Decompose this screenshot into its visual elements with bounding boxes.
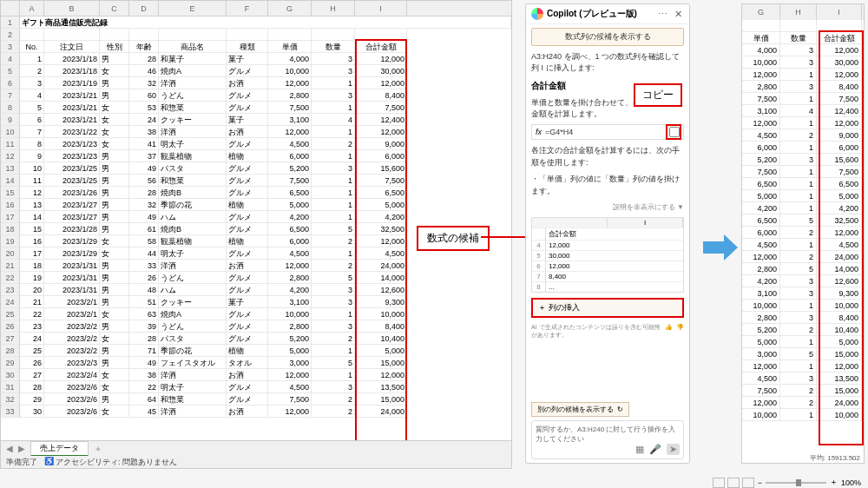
- cell[interactable]: 2: [312, 393, 355, 406]
- cell[interactable]: 6,000: [268, 235, 312, 247]
- data-row[interactable]: 13102023/1/25男49パスタグルメ5,200315,600: [1, 162, 511, 175]
- result-row[interactable]: 7,50017,500: [742, 93, 864, 105]
- cell[interactable]: 2023/2/6: [44, 381, 100, 393]
- cell[interactable]: 男: [100, 345, 129, 357]
- cell[interactable]: 18: [20, 260, 44, 272]
- cell[interactable]: 11: [20, 175, 44, 187]
- sheet-tab-active[interactable]: 売上データ: [30, 441, 89, 457]
- cell[interactable]: 和惣菜: [159, 175, 227, 187]
- send-icon[interactable]: ➤: [667, 444, 680, 455]
- cell[interactable]: 女: [100, 369, 129, 381]
- cell[interactable]: 性別: [100, 41, 129, 53]
- col-head-G[interactable]: G: [268, 1, 312, 16]
- cell[interactable]: 10,000: [355, 308, 407, 320]
- cell[interactable]: 5: [20, 102, 44, 114]
- cell[interactable]: 8,400: [355, 320, 407, 333]
- cell[interactable]: ハム: [159, 284, 227, 296]
- cell[interactable]: 14,000: [355, 272, 407, 284]
- cell[interactable]: 商品名: [159, 41, 227, 53]
- sheet-nav[interactable]: ◀▶: [1, 444, 30, 453]
- cell[interactable]: 71: [129, 345, 159, 357]
- cell[interactable]: 7,500: [355, 102, 407, 114]
- cell[interactable]: 1: [312, 345, 355, 357]
- cell[interactable]: 3: [20, 77, 44, 89]
- cell[interactable]: 女: [100, 235, 129, 247]
- cell[interactable]: 数量: [312, 41, 355, 53]
- cell[interactable]: 3,100: [268, 296, 312, 308]
- cell[interactable]: [355, 29, 407, 41]
- cell[interactable]: 32: [129, 199, 159, 211]
- result-row[interactable]: 6,000212,000: [742, 227, 864, 239]
- cell[interactable]: 5: [312, 223, 355, 235]
- cell[interactable]: 2023/2/1: [44, 296, 100, 308]
- cell[interactable]: 3: [312, 89, 355, 102]
- cell[interactable]: 女: [100, 102, 129, 114]
- cell[interactable]: 49: [129, 162, 159, 175]
- data-row[interactable]: 1182023/1/23女41明太子グルメ4,50029,000: [1, 138, 511, 150]
- cell[interactable]: 6,000: [268, 150, 312, 162]
- data-row[interactable]: 28252023/2/2男71季節の花植物5,00015,000: [1, 345, 511, 357]
- cell[interactable]: 5,000: [355, 345, 407, 357]
- result-row[interactable]: 12,000112,000: [742, 69, 864, 81]
- cell[interactable]: 53: [129, 102, 159, 114]
- cell[interactable]: 2023/1/21: [44, 102, 100, 114]
- cell[interactable]: 12: [20, 187, 44, 199]
- cell[interactable]: 48: [129, 284, 159, 296]
- cell[interactable]: 4,500: [355, 247, 407, 260]
- result-row[interactable]: 10,000110,000: [742, 409, 864, 421]
- cell[interactable]: 3: [312, 53, 355, 65]
- cell[interactable]: 26: [129, 272, 159, 284]
- data-row[interactable]: 742023/1/21男60うどんグルメ2,80038,400: [1, 89, 511, 102]
- cell[interactable]: 24,000: [355, 260, 407, 272]
- cell[interactable]: [129, 29, 159, 41]
- col-head-C[interactable]: C: [100, 1, 129, 16]
- result-row[interactable]: 12,000224,000: [742, 251, 864, 263]
- cell[interactable]: 2,800: [268, 89, 312, 102]
- cell[interactable]: 1: [312, 369, 355, 381]
- cell[interactable]: 女: [100, 126, 129, 138]
- cell[interactable]: 女: [100, 138, 129, 150]
- data-row[interactable]: 25222023/2/1女63焼肉Aグルメ10,000110,000: [1, 308, 511, 320]
- cell[interactable]: 洋酒: [159, 77, 227, 89]
- data-row[interactable]: 852023/1/21女53和惣菜グルメ7,50017,500: [1, 102, 511, 114]
- cell[interactable]: 27: [20, 369, 44, 381]
- result-row[interactable]: 5,00015,000: [742, 336, 864, 348]
- cell[interactable]: 2023/1/27: [44, 199, 100, 211]
- data-row[interactable]: 16132023/1/27男32季節の花植物5,00015,000: [1, 199, 511, 211]
- cell[interactable]: ハム: [159, 211, 227, 223]
- data-row[interactable]: 632023/1/19男32洋酒お酒12,000112,000: [1, 77, 511, 89]
- cell[interactable]: 菓子: [227, 53, 268, 65]
- copilot-hide-explanation[interactable]: 説明を非表示にする ▼: [531, 202, 684, 212]
- cell[interactable]: 植物: [227, 345, 268, 357]
- result-row[interactable]: 4,20014,200: [742, 202, 864, 214]
- cell[interactable]: 3: [312, 381, 355, 393]
- cell[interactable]: 女: [100, 406, 129, 418]
- col-head-I[interactable]: I: [355, 1, 407, 16]
- cell[interactable]: 1: [312, 187, 355, 199]
- data-row[interactable]: 962023/1/21女24クッキー菓子3,100412,400: [1, 114, 511, 126]
- cell[interactable]: グルメ: [227, 175, 268, 187]
- cell[interactable]: 17: [20, 247, 44, 260]
- result-row[interactable]: 10,000330,000: [742, 56, 864, 69]
- cell[interactable]: 10,400: [355, 333, 407, 345]
- cell[interactable]: 5: [312, 357, 355, 369]
- thumbs-down-icon[interactable]: 👎: [676, 323, 684, 339]
- result-row[interactable]: 5,200315,600: [742, 154, 864, 166]
- result-row[interactable]: 4,200312,600: [742, 275, 864, 287]
- cell[interactable]: 3: [312, 296, 355, 308]
- cell[interactable]: [268, 29, 312, 41]
- cell[interactable]: 32,500: [355, 223, 407, 235]
- cell[interactable]: 14: [20, 211, 44, 223]
- cell[interactable]: 2023/1/21: [44, 89, 100, 102]
- copilot-input[interactable]: 質問するか、A3:H240 に対して行う操作を入力してください ▦ 🎤 ➤: [531, 420, 684, 459]
- cell[interactable]: 13: [20, 199, 44, 211]
- result-row[interactable]: 12,000224,000: [742, 397, 864, 409]
- cell[interactable]: 1: [312, 308, 355, 320]
- cell[interactable]: グルメ: [227, 333, 268, 345]
- cell[interactable]: グルメ: [227, 211, 268, 223]
- cell[interactable]: 植物: [227, 235, 268, 247]
- result-row[interactable]: 2,80038,400: [742, 81, 864, 93]
- cell[interactable]: 4,500: [268, 381, 312, 393]
- cell[interactable]: 39: [129, 320, 159, 333]
- cell[interactable]: クッキー: [159, 114, 227, 126]
